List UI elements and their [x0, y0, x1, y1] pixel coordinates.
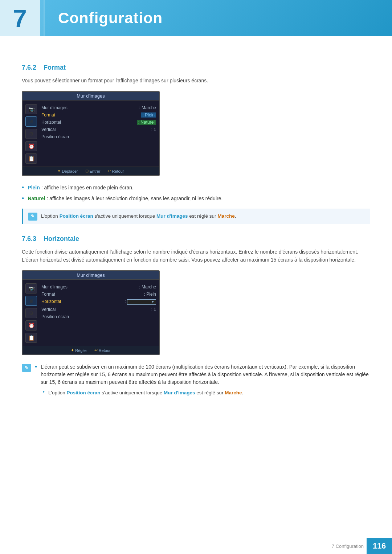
note-keyword-position: Position écran	[60, 213, 93, 219]
osd-footer-move: ✦ Déplacer	[57, 169, 78, 173]
osd-item-horizontal-2: Horizontal : ▼	[41, 298, 156, 305]
osd-footer-2: ✦ Régler ↩ Retour	[23, 346, 159, 354]
osd-title-2: Mur d'images	[23, 271, 159, 280]
footer-page-number: 116	[367, 538, 392, 554]
osd-item-format-2: Format : Plein	[41, 291, 156, 298]
sub-keyword-marche: Marche	[225, 390, 242, 395]
note-bullet-list: • L'écran peut se subdiviser en un maxim…	[35, 363, 370, 386]
footer-label: 7 Configuration	[332, 543, 364, 549]
osd-label-vertical: Vertical	[41, 127, 56, 132]
note-text-1: L'option Position écran s'active uniquem…	[41, 212, 236, 220]
bullet-item-plein: • Plein : affiche les images en mode ple…	[22, 184, 370, 192]
section-762-title: Format	[44, 64, 66, 71]
note-bullet-main: • L'écran peut se subdiviser en un maxim…	[35, 363, 370, 386]
osd-icon-video: 📷	[25, 104, 37, 114]
bullet-item-naturel: • Naturel : affiche les images à leur ré…	[22, 195, 370, 203]
osd-value-mur: : Marche	[139, 105, 156, 110]
osd-value-horizontal: : Naturel	[137, 120, 156, 125]
osd-item-vertical: Vertical : 1	[41, 126, 156, 133]
osd-screen-1: Mur d'images 📷 🖥 ⚙ ⏰ 📋 Mur d'images : Ma…	[22, 91, 160, 176]
osd-body-1: 📷 🖥 ⚙ ⏰ 📋 Mur d'images : Marche Format :…	[23, 100, 159, 167]
osd-item-position-2: Position écran	[41, 313, 156, 320]
back-icon-2: ↩	[94, 348, 98, 353]
osd-icon-list-1: 📷 🖥 ⚙ ⏰ 📋	[25, 104, 37, 164]
bullet-text-plein: Plein : affiche les images en mode plein…	[28, 184, 134, 192]
bullet-list-1: • Plein : affiche les images en mode ple…	[22, 184, 370, 202]
osd-title-1: Mur d'images	[23, 92, 159, 100]
section-763-heading: 7.6.3 Horizontale	[22, 235, 370, 243]
sub-bullet-dot: •	[43, 389, 45, 395]
osd-footer-back-2: ↩ Retour	[94, 348, 111, 353]
osd-label-horizontal-2: Horizontal	[41, 299, 61, 304]
chapter-number: 7	[0, 0, 40, 36]
osd-body-2: 📷 🖥 ⚙ ⏰ 📋 Mur d'images : Marche Format :…	[23, 280, 159, 346]
osd-item-position: Position écran	[41, 133, 156, 140]
move-icon: ✦	[57, 169, 61, 173]
page-footer: 7 Configuration 116	[0, 538, 392, 554]
osd-icon-time-2: ⏰	[25, 320, 37, 331]
section-762-description: Vous pouvez sélectionner un format pour …	[22, 77, 370, 85]
osd-label-position: Position écran	[41, 134, 69, 139]
osd-footer-back: ↩ Retour	[107, 169, 124, 173]
note-icon-1: ✎	[28, 213, 37, 221]
note-main-text: L'écran peut se subdiviser en un maximum…	[41, 363, 370, 386]
sub-keyword-position: Position écran	[67, 390, 101, 395]
enter-icon: ⊞	[85, 169, 89, 173]
main-content: 7.6.2 Format Vous pouvez sélectionner un…	[0, 36, 392, 422]
note-box-1: ✎ L'option Position écran s'active uniqu…	[22, 209, 370, 224]
keyword-plein: Plein	[28, 185, 40, 190]
osd-value-vertical-2: : 1	[151, 307, 156, 312]
note-keyword-marche-1: Marche	[217, 213, 234, 219]
osd-footer-set: ✦ Régler	[71, 348, 87, 353]
back-icon: ↩	[107, 169, 111, 173]
osd-label-format: Format	[41, 112, 55, 118]
bullet-dot-1: •	[22, 184, 24, 192]
osd-footer-enter: ⊞ Entrer	[85, 169, 101, 173]
note-section-2: ✎ • L'écran peut se subdiviser en un max…	[22, 363, 370, 397]
osd-icon-display-2: 🖥	[25, 296, 37, 306]
section-763-title: Horizontale	[44, 235, 79, 242]
osd-value-format: : Plein	[141, 112, 156, 118]
note-keyword-mur: Mur d'images	[156, 213, 188, 219]
osd-icon-settings-2: ⚙	[25, 308, 37, 318]
osd-label-format-2: Format	[41, 292, 55, 297]
note-bullet-dot: •	[35, 363, 37, 371]
sub-bullet-text: L'option Position écran s'active uniquem…	[48, 389, 243, 397]
osd-label-vertical-2: Vertical	[41, 307, 56, 312]
osd-item-mur-2: Mur d'images : Marche	[41, 283, 156, 291]
osd-menu-1: Mur d'images : Marche Format : Plein Hor…	[41, 104, 156, 164]
osd-label-mur-2: Mur d'images	[41, 284, 68, 290]
osd-icon-display: 🖥	[25, 116, 37, 127]
osd-value-format-2: : Plein	[144, 292, 156, 297]
osd-value-vertical: : 1	[151, 127, 156, 132]
osd-item-vertical-2: Vertical : 1	[41, 306, 156, 313]
osd-icon-time: ⏰	[25, 141, 37, 151]
section-763-description: Cette fonction divise automatiquement l'…	[22, 248, 370, 264]
osd-value-mur-2: : Marche	[139, 284, 156, 290]
bullet-dot-2: •	[22, 195, 24, 203]
bullet-text-naturel: Naturel : affiche les images à leur réso…	[28, 195, 222, 202]
osd-item-horizontal: Horizontal : Naturel	[41, 119, 156, 126]
osd-screen-2: Mur d'images 📷 🖥 ⚙ ⏰ 📋 Mur d'images : Ma…	[22, 270, 160, 355]
osd-footer-1: ✦ Déplacer ⊞ Entrer ↩ Retour	[23, 167, 159, 175]
osd-menu-2: Mur d'images : Marche Format : Plein Hor…	[41, 283, 156, 343]
osd-label-mur: Mur d'images	[41, 105, 68, 110]
keyword-naturel: Naturel	[28, 196, 45, 201]
section-762-heading: 7.6.2 Format	[22, 64, 370, 71]
osd-icon-support-2: 📋	[25, 333, 37, 343]
set-icon: ✦	[71, 348, 74, 353]
note-sub-bullet: • L'option Position écran s'active uniqu…	[43, 389, 370, 397]
chapter-title: Configuration	[58, 9, 163, 27]
osd-label-horizontal: Horizontal	[41, 120, 61, 125]
header-banner: 7 Configuration	[0, 0, 392, 36]
osd-icon-settings: ⚙	[25, 129, 37, 139]
note-content-2: • L'écran peut se subdiviser en un maxim…	[35, 363, 370, 397]
section-762-number: 7.6.2	[22, 64, 36, 71]
osd-label-position-2: Position écran	[41, 314, 69, 319]
sub-keyword-mur: Mur d'images	[164, 390, 195, 395]
note-icon-2: ✎	[22, 364, 31, 372]
osd-item-format: Format : Plein	[41, 111, 156, 119]
osd-value-horizontal-2: : ▼	[124, 299, 156, 304]
section-763-number: 7.6.3	[22, 235, 36, 242]
osd-icon-support: 📋	[25, 153, 37, 164]
